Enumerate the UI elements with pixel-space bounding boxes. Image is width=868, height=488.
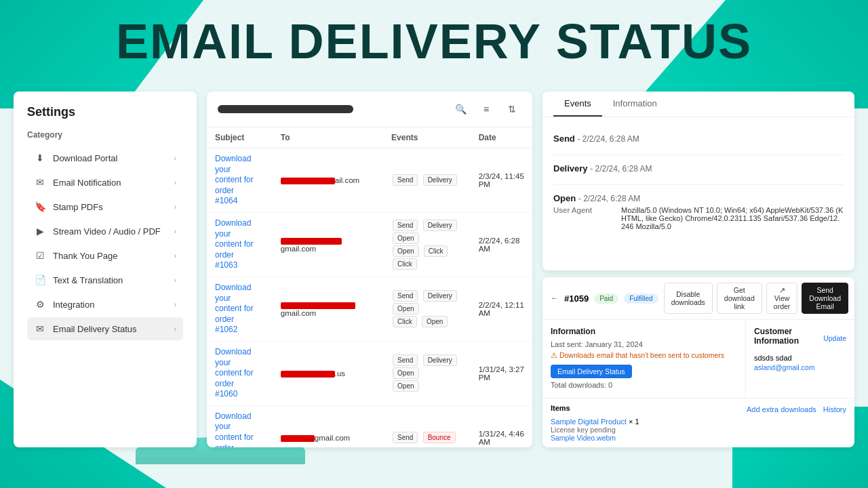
disable-downloads-button[interactable]: Disable downloads [664, 283, 713, 314]
send-download-email-button[interactable]: Send Download Email [802, 283, 848, 314]
badge-delivery: Delivery [423, 174, 457, 186]
license-status: License key pending [551, 426, 846, 434]
tab-information[interactable]: Information [602, 92, 668, 117]
badge-delivery: Delivery [423, 354, 457, 366]
date-cell: 1/31/24, 3:27 PM [471, 341, 532, 405]
sidebar-item-label: Email Notification [53, 178, 174, 188]
back-arrow[interactable]: ← [551, 293, 559, 303]
badge-open: Open [422, 316, 448, 327]
badge-open: Open [393, 380, 418, 392]
event-time: - 2/2/24, 6:28 AM [590, 164, 652, 174]
order-info: Information Last sent: January 31, 2024 … [542, 320, 746, 398]
sidebar-item-stream-video[interactable]: ▶ Stream Video / Audio / PDF › [27, 220, 183, 243]
subject-link[interactable]: Download yourcontent for order#1060 [215, 347, 254, 399]
update-link[interactable]: Update [823, 334, 846, 342]
table-row[interactable]: Download yourcontent for order#1062 gmai… [207, 277, 532, 341]
date-cell: 2/2/24, 12:11 AM [471, 277, 532, 341]
sidebar-item-label: Integration [53, 300, 174, 310]
sidebar-item-integration[interactable]: ⚙ Integration › [27, 293, 183, 316]
content-area: Settings Category ⬇ Download Portal › ✉ … [14, 92, 854, 447]
search-bar[interactable] [218, 105, 353, 113]
events-panel: Events Information Send - 2/2/24, 6:28 A… [542, 92, 854, 270]
stream-video-icon: ▶ [34, 225, 46, 237]
info-section-title: Information [551, 327, 737, 336]
add-extra-downloads-link[interactable]: Add extra downloads [747, 405, 816, 413]
view-order-button[interactable]: ↗ View order [766, 283, 798, 314]
customer-section-title: Customer Information [754, 327, 823, 346]
event-open: Open - 2/2/24, 6:28 AM User Agent Mozill… [553, 185, 844, 239]
get-download-link-button[interactable]: Get download link [717, 283, 762, 314]
subject-link[interactable]: Download yourcontent for order#1063 [215, 218, 254, 270]
badge-open: Open [393, 367, 418, 379]
badge-click: Click [393, 316, 417, 327]
event-header: Delivery - 2/2/24, 6:28 AM [553, 163, 844, 174]
history-link[interactable]: History [823, 405, 846, 413]
subject-link[interactable]: Download yourcontent for order#1064 [215, 154, 254, 205]
events-content: Send - 2/2/24, 6:28 AM Delivery - 2/2/24… [542, 117, 854, 247]
warning-text: ⚠ Downloads email that hasn't been sent … [551, 351, 737, 359]
item-name-link[interactable]: Sample Digital Product [551, 418, 627, 426]
email-delivery-status-button[interactable]: Email Delivery Status [551, 365, 632, 378]
chevron-right-icon: › [174, 228, 176, 235]
badge-click: Click [393, 258, 417, 270]
chevron-right-icon: › [174, 325, 176, 333]
table-row[interactable]: Download yourcontent for order#1060 .us … [207, 341, 532, 405]
email-table: Subject To Events Date Download yourcont… [207, 127, 532, 447]
last-sent: Last sent: January 31, 2024 [551, 340, 737, 348]
sidebar-item-thank-you[interactable]: ☑ Thank You Page › [27, 244, 183, 267]
badge-click: Click [424, 245, 448, 257]
email-redacted [281, 178, 335, 184]
chevron-right-icon: › [174, 155, 176, 162]
file-name[interactable]: Sample Video.webm [551, 434, 846, 442]
email-redacted [281, 238, 342, 245]
customer-email[interactable]: asland@gmail.com [754, 363, 846, 371]
event-send: Send - 2/2/24, 6:28 AM [553, 125, 844, 155]
badge-paid: Paid [594, 293, 618, 304]
header-icons: 🔍 ≡ ⇅ [451, 100, 521, 119]
event-name: Send [553, 134, 575, 144]
table-row[interactable]: Download yourcontent for order#1064 ail.… [207, 148, 532, 213]
sidebar-item-email-delivery-status[interactable]: ✉ Email Delivery Status › [27, 317, 183, 340]
event-time: - 2/2/24, 6:28 AM [578, 194, 640, 203]
sidebar-item-email-notification[interactable]: ✉ Email Notification › [27, 171, 183, 194]
user-agent-label: User Agent [553, 206, 608, 230]
subject-link[interactable]: Download yourcontent for order#1059 [215, 411, 254, 447]
table-row[interactable]: Download yourcontent for order#1063 gmai… [207, 212, 532, 277]
category-label: Category [27, 130, 183, 140]
tab-events[interactable]: Events [553, 92, 602, 117]
item-row: Sample Digital Product × 1 [551, 418, 846, 426]
badge-open: Open [393, 245, 418, 257]
col-subject: Subject [207, 127, 273, 148]
sort-icon[interactable]: ⇅ [502, 100, 521, 119]
event-header: Send - 2/2/24, 6:28 AM [553, 134, 844, 144]
badge-send: Send [393, 432, 418, 443]
sidebar-item-stamp-pdfs[interactable]: 🔖 Stamp PDFs › [27, 195, 183, 218]
sidebar-item-label: Thank You Page [53, 251, 174, 261]
chevron-right-icon: › [174, 277, 176, 284]
settings-title: Settings [27, 105, 183, 119]
badge-delivery: Delivery [423, 290, 457, 302]
page-title: EMAIL DELIVERY STATUS [0, 14, 868, 69]
sidebar-item-download-portal[interactable]: ⬇ Download Portal › [27, 146, 183, 169]
search-icon[interactable]: 🔍 [451, 100, 470, 119]
items-title: Items [551, 404, 570, 412]
event-detail-row: User Agent Mozilla/5.0 (Windows NT 10.0;… [553, 206, 844, 230]
table-row[interactable]: Download yourcontent for order#1059 gmai… [207, 405, 532, 447]
subject-link[interactable]: Download yourcontent for order#1062 [215, 283, 254, 334]
sidebar-item-text-translation[interactable]: 📄 Text & Translation › [27, 268, 183, 291]
sidebar-item-label: Stamp PDFs [53, 202, 174, 212]
sidebar-item-label: Download Portal [53, 153, 174, 163]
badge-open: Open [393, 303, 418, 314]
order-header: ← #1059 Paid Fulfilled Disable downloads… [542, 277, 854, 320]
events-tabs: Events Information [542, 92, 854, 117]
email-list-panel: 🔍 ≡ ⇅ Subject To Events Date Download yo… [207, 92, 532, 447]
email-redacted [281, 435, 315, 442]
customer-name: sdsds sdad [754, 354, 846, 362]
filter-icon[interactable]: ≡ [477, 100, 496, 119]
badge-open: Open [393, 232, 418, 244]
badge-bounce: Bounce [423, 432, 456, 443]
user-agent-value: Mozilla/5.0 (Windows NT 10.0; Win64; x64… [621, 206, 844, 230]
chevron-right-icon: › [174, 179, 176, 186]
chevron-right-icon: › [174, 203, 176, 211]
warning-icon: ⚠ [551, 351, 557, 359]
